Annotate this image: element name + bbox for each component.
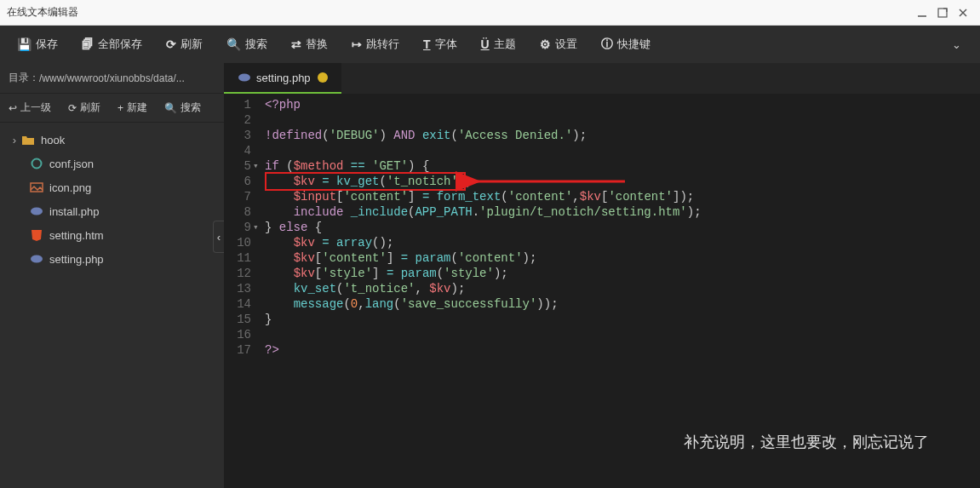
goto-icon: ↦: [352, 37, 362, 51]
save-all-icon: 🗐: [82, 37, 94, 51]
code-lines[interactable]: <?php!defined('DEBUG') AND exit('Access …: [260, 94, 980, 488]
main-toolbar: 💾保存 🗐全部保存 ⟳刷新 🔍搜索 ⇄替换 ↦跳转行 T字体 Ü主题 ⚙设置 ⓘ…: [0, 26, 980, 63]
tree-file-setting-htm[interactable]: setting.htm: [0, 223, 224, 247]
info-icon: ⓘ: [601, 37, 613, 52]
maximize-button[interactable]: [932, 3, 953, 23]
replace-icon: ⇄: [291, 37, 301, 51]
tree-file-icon[interactable]: icon.png: [0, 175, 224, 199]
font-icon: T: [423, 37, 431, 51]
goto-button[interactable]: ↦跳转行: [340, 26, 411, 63]
minimize-button[interactable]: [912, 3, 932, 23]
sidebar-refresh-button[interactable]: ⟳刷新: [60, 94, 109, 123]
php-icon: [29, 205, 44, 217]
up-arrow-icon: ↩: [9, 102, 17, 114]
folder-icon: [20, 134, 36, 146]
replace-button[interactable]: ⇄替换: [279, 26, 340, 63]
tree-file-setting-php[interactable]: setting.php: [0, 247, 224, 271]
refresh-button[interactable]: ⟳刷新: [154, 26, 215, 63]
tree-file-conf[interactable]: conf.json: [0, 152, 224, 175]
search-icon: 🔍: [164, 102, 177, 114]
editor-tabs: setting.php: [224, 63, 980, 94]
line-gutter: 1234567891011121314151617: [224, 94, 260, 488]
file-tree: › hook conf.json icon.png install.php se…: [0, 123, 224, 276]
editor-pane: ‹ setting.php 1234567891011121314151617 …: [224, 63, 980, 488]
svg-point-7: [31, 255, 43, 263]
svg-point-6: [31, 208, 43, 215]
json-icon: [29, 158, 44, 169]
gear-icon: ⚙: [540, 37, 551, 51]
chevron-down-icon: ⌄: [952, 38, 961, 51]
code-area[interactable]: 1234567891011121314151617 <?php!defined(…: [224, 94, 980, 488]
save-button[interactable]: 💾保存: [5, 26, 70, 63]
refresh-icon: ⟳: [68, 102, 77, 114]
breadcrumb[interactable]: 目录：/www/wwwroot/xiunobbs/data/...: [0, 63, 224, 94]
theme-button[interactable]: Ü主题: [469, 26, 528, 63]
save-icon: 💾: [17, 37, 32, 51]
php-icon: [238, 72, 251, 83]
tab-setting-php[interactable]: setting.php: [224, 63, 341, 94]
search-button[interactable]: 🔍搜索: [215, 26, 279, 63]
php-icon: [29, 253, 44, 265]
shortcuts-button[interactable]: ⓘ快捷键: [589, 26, 662, 63]
tree-file-install[interactable]: install.php: [0, 199, 224, 223]
close-button[interactable]: [953, 3, 973, 23]
refresh-icon: ⟳: [166, 37, 176, 51]
sidebar-collapse-handle[interactable]: ‹: [213, 221, 224, 253]
new-file-button[interactable]: +新建: [109, 94, 156, 123]
unsaved-indicator-icon: [318, 72, 328, 83]
annotation-text: 补充说明，这里也要改，刚忘记说了: [684, 430, 929, 454]
chevron-right-icon: ›: [9, 134, 20, 146]
save-all-button[interactable]: 🗐全部保存: [70, 26, 154, 63]
svg-point-4: [32, 159, 42, 169]
html5-icon: [29, 229, 44, 241]
window-titlebar: 在线文本编辑器: [0, 0, 980, 26]
file-sidebar: 目录：/www/wwwroot/xiunobbs/data/... ↩上一级 ⟳…: [0, 63, 224, 488]
sidebar-actions: ↩上一级 ⟳刷新 +新建 🔍搜索: [0, 94, 224, 123]
up-level-button[interactable]: ↩上一级: [0, 94, 60, 123]
toolbar-more[interactable]: ⌄: [938, 26, 975, 63]
svg-point-8: [238, 74, 250, 82]
font-button[interactable]: T字体: [411, 26, 469, 63]
plus-icon: +: [117, 102, 123, 114]
settings-button[interactable]: ⚙设置: [528, 26, 589, 63]
window-title: 在线文本编辑器: [7, 5, 912, 20]
theme-icon: Ü: [481, 37, 490, 51]
search-icon: 🔍: [226, 37, 241, 51]
tree-folder-hook[interactable]: › hook: [0, 128, 224, 152]
svg-rect-1: [938, 9, 947, 17]
sidebar-search-button[interactable]: 🔍搜索: [156, 94, 209, 123]
image-icon: [29, 181, 44, 193]
